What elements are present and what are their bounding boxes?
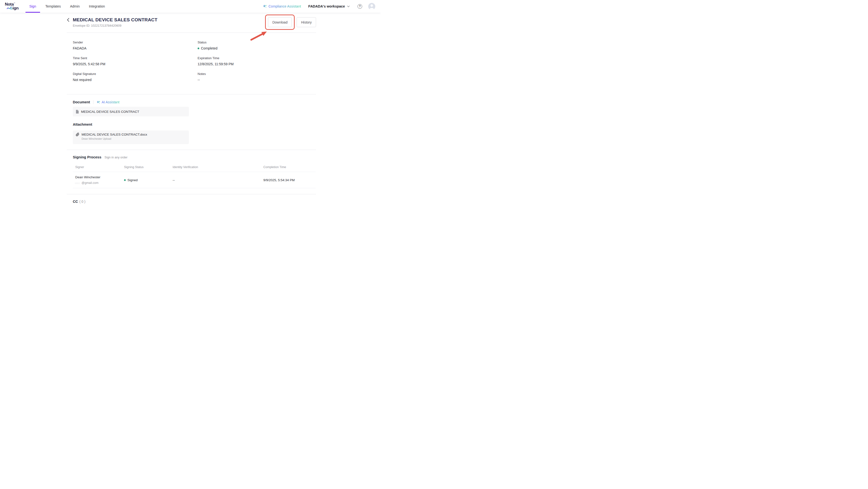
paperclip-icon bbox=[76, 133, 80, 136]
envelope-details: Sender FADADA Status Completed Time Sent… bbox=[67, 33, 316, 94]
nav-right: Compliance Assistant FADADA's workspace … bbox=[263, 3, 375, 10]
attachment-uploader: Dean Winchester Upload bbox=[82, 137, 186, 140]
col-completion-time: Completion Time bbox=[264, 165, 318, 169]
tab-admin[interactable]: Admin bbox=[70, 0, 80, 12]
page-header: MEDICAL DEVICE SALES CONTRACT Envelope I… bbox=[67, 12, 316, 33]
cc-count: ( 0 ) bbox=[80, 200, 86, 203]
col-signing-status: Signing Status bbox=[124, 165, 173, 169]
document-name: MEDICAL DEVICE SALES CONTRACT bbox=[81, 110, 139, 113]
attachment-item[interactable]: MEDICAL DEVICE SALES CONTRACT.docx Dean … bbox=[73, 130, 189, 144]
content: MEDICAL DEVICE SALES CONTRACT Envelope I… bbox=[67, 12, 316, 203]
signer-name: Dean Winchester bbox=[75, 175, 124, 179]
person-icon bbox=[368, 3, 375, 10]
top-nav: Nota™ Sign Sign Templates Admin Integrat… bbox=[0, 0, 381, 12]
page-title: MEDICAL DEVICE SALES CONTRACT bbox=[73, 17, 158, 23]
ai-assistant-button[interactable]: AI Assistant bbox=[97, 100, 119, 104]
signers-table: Signer Signing Status Identity Verificat… bbox=[73, 165, 315, 188]
signer-cell: Dean Winchester ••• @gmail.com bbox=[75, 175, 124, 185]
signer-email: ••• @gmail.com bbox=[75, 181, 124, 185]
back-icon[interactable] bbox=[67, 18, 69, 22]
help-button[interactable]: ? bbox=[358, 4, 362, 9]
tab-templates[interactable]: Templates bbox=[45, 0, 61, 12]
compliance-assistant-label: Compliance Assistant bbox=[269, 4, 301, 8]
workspace-selector[interactable]: FADADA's workspace bbox=[308, 4, 350, 8]
chevron-down-icon bbox=[347, 6, 350, 7]
envelope-id: Envelope ID: 102217213784420609 bbox=[73, 24, 121, 27]
attachment-name: MEDICAL DEVICE SALES CONTRACT.docx bbox=[82, 133, 147, 136]
col-signer: Signer bbox=[75, 165, 124, 169]
identity-verification-cell: -- bbox=[173, 178, 264, 182]
redacted-email-prefix: ••• bbox=[75, 182, 81, 184]
attachment-title: Attachment bbox=[73, 123, 316, 126]
download-button[interactable]: Download bbox=[268, 17, 292, 27]
cc-section: CC ( 0 ) bbox=[67, 194, 316, 203]
sparkle-icon bbox=[263, 4, 267, 8]
table-row: Dean Winchester ••• @gmail.com Signed --… bbox=[73, 172, 315, 188]
status-dot bbox=[197, 47, 199, 49]
logo-s: S bbox=[10, 6, 12, 10]
cc-label: CC bbox=[73, 200, 78, 203]
header-actions: Download History bbox=[265, 14, 316, 30]
completion-time-cell: 9/9/2025, 5:54:34 PM bbox=[264, 178, 318, 182]
annotation-highlight-box: Download bbox=[265, 14, 295, 30]
detail-sender: Sender FADADA bbox=[73, 40, 197, 50]
signing-process-section: Signing Process Sign in any order Signer… bbox=[67, 150, 316, 194]
signing-status-cell: Signed bbox=[124, 178, 173, 182]
detail-time-sent: Time Sent 9/9/2025, 5:42:58 PM bbox=[73, 56, 197, 66]
document-title: Document bbox=[73, 100, 90, 104]
nav-tabs: Sign Templates Admin Integration bbox=[29, 0, 105, 12]
status-badge: Completed bbox=[201, 46, 217, 50]
signed-dot bbox=[124, 179, 126, 181]
col-identity-verification: Identity Verification bbox=[173, 165, 264, 169]
document-section: Document AI Assistant MEDICAL DEVICE SAL… bbox=[67, 94, 316, 150]
ai-assistant-label: AI Assistant bbox=[102, 100, 119, 104]
file-icon bbox=[76, 110, 79, 113]
detail-notes: Notes -- bbox=[197, 72, 316, 82]
detail-status: Status Completed bbox=[197, 40, 316, 50]
table-header: Signer Signing Status Identity Verificat… bbox=[73, 165, 315, 172]
detail-expiration: Expiration Time 12/8/2025, 11:59:59 PM bbox=[197, 56, 316, 66]
signing-order-note: Sign in any order bbox=[104, 156, 128, 159]
document-item[interactable]: MEDICAL DEVICE SALES CONTRACT bbox=[73, 107, 189, 117]
history-button[interactable]: History bbox=[297, 17, 316, 27]
detail-digital-signature: Digital Signature Not required bbox=[73, 72, 197, 82]
tab-sign[interactable]: Sign bbox=[29, 0, 36, 12]
logo-line2: ign bbox=[12, 6, 19, 10]
signing-process-title: Signing Process bbox=[73, 155, 101, 159]
notasign-logo[interactable]: Nota™ Sign bbox=[5, 2, 19, 10]
tab-integration[interactable]: Integration bbox=[89, 0, 105, 12]
avatar[interactable] bbox=[368, 3, 375, 10]
workspace-label: FADADA's workspace bbox=[308, 4, 345, 8]
compliance-assistant-button[interactable]: Compliance Assistant bbox=[263, 4, 301, 8]
sparkle-icon bbox=[97, 100, 100, 104]
